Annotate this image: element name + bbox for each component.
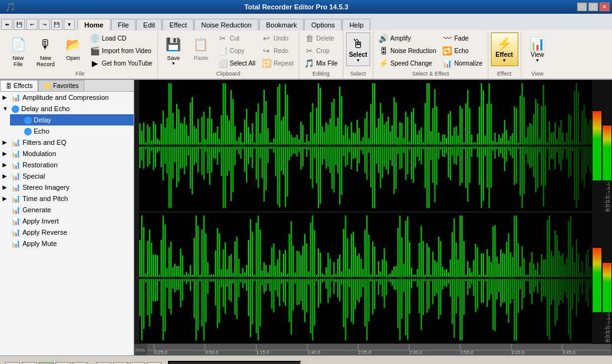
zoom-full-button[interactable]: ⊡ bbox=[130, 362, 145, 365]
clipboard-small-group: ✂ Cut 📑 Copy ⬜ Select All bbox=[215, 32, 258, 69]
select-all-icon: ⬜ bbox=[218, 59, 228, 68]
svg-text:3:45.0: 3:45.0 bbox=[563, 350, 576, 355]
expand-restoration: ▶ bbox=[2, 162, 10, 168]
tree-apply-mute[interactable]: 📊 Apply Mute bbox=[0, 238, 134, 249]
tab-effect[interactable]: Effect bbox=[162, 19, 194, 31]
crop-button[interactable]: ✂ Crop bbox=[302, 45, 340, 57]
speed-change-button[interactable]: ⚡ Speed Change bbox=[376, 57, 438, 69]
delete-button[interactable]: 🗑 Delete bbox=[302, 32, 340, 44]
quick-back[interactable]: ⬅ bbox=[1, 19, 12, 30]
tree-generate[interactable]: 📊 Generate bbox=[0, 204, 134, 215]
skip-end-button[interactable]: ⏭ bbox=[72, 362, 87, 365]
tree-time-pitch[interactable]: ▶ 📊 Time and Pitch bbox=[0, 193, 134, 204]
normalize-button[interactable]: 📊 Normalize bbox=[440, 57, 485, 69]
waveform-svg-2 bbox=[139, 212, 592, 344]
zoom-sel-button[interactable]: ⊞ bbox=[147, 362, 162, 365]
select-large-button[interactable]: 🖱 Select ▼ bbox=[346, 32, 370, 66]
tree-amplitude[interactable]: ▶ 📊 Amplitude and Compression bbox=[0, 92, 134, 103]
close-button[interactable]: ✕ bbox=[600, 2, 610, 11]
zoom-in-h2-button[interactable]: ⊕ bbox=[113, 362, 128, 365]
noise-reduction-label: Noise Reduction bbox=[390, 47, 436, 54]
app-icon: 🎵 bbox=[5, 2, 16, 12]
rewind-button[interactable]: ⏪ bbox=[22, 362, 37, 365]
maximize-button[interactable]: □ bbox=[588, 2, 598, 11]
import-video-icon: 🎬 bbox=[90, 46, 100, 56]
editing-group-label: Editing bbox=[302, 71, 340, 77]
echo-button[interactable]: 🔁 Echo bbox=[440, 45, 485, 57]
svg-text:0:25.0: 0:25.0 bbox=[154, 350, 167, 355]
quick-undo[interactable]: ↩ bbox=[26, 19, 37, 30]
ribbon-file-group: 📄 New File 🎙 New Record 📂 Open 💿 Load CD… bbox=[2, 31, 158, 79]
new-file-button[interactable]: 📄 New File bbox=[5, 32, 31, 69]
fade-button[interactable]: 〰 Fade bbox=[440, 32, 485, 44]
tab-home[interactable]: Home bbox=[77, 19, 111, 31]
timeline-ruler[interactable]: 0:25.0 0:50.0 1:15.0 1:40.0 2:05.0 2:30.… bbox=[147, 344, 611, 355]
waveform-track-2[interactable] bbox=[139, 212, 592, 345]
paste-button[interactable]: 📋 Paste bbox=[188, 32, 214, 63]
tree-echo[interactable]: ⬤ Echo bbox=[10, 125, 134, 137]
mix-file-button[interactable]: 🎵 Mix File bbox=[302, 57, 340, 69]
svg-text:1:15.0: 1:15.0 bbox=[256, 350, 269, 355]
save-icon: 💾 bbox=[164, 34, 184, 54]
get-youtube-button[interactable]: ▶ Get from YouTube bbox=[87, 57, 155, 69]
amplify-button[interactable]: 🔊 Amplify bbox=[376, 32, 438, 44]
view-large-button[interactable]: 📊 View ▼ bbox=[524, 32, 551, 66]
copy-button[interactable]: 📑 Copy bbox=[215, 45, 258, 57]
sidebar-tab-favorites[interactable]: ⭐ Favorites bbox=[38, 80, 84, 91]
tree-delay-echo[interactable]: ▼ ⬤ Delay and Echo bbox=[0, 103, 134, 114]
view-group-label: View bbox=[524, 71, 551, 77]
tab-options[interactable]: Options bbox=[304, 19, 342, 31]
editing-small-group: 🗑 Delete ✂ Crop 🎵 Mix File bbox=[302, 32, 340, 69]
tree-restoration[interactable]: ▶ 📊 Restoration bbox=[0, 159, 134, 170]
view-icon: 📊 bbox=[530, 36, 545, 51]
load-cd-label: Load CD bbox=[102, 35, 126, 42]
cut-button[interactable]: ✂ Cut bbox=[215, 32, 258, 44]
sidebar-tab-effects[interactable]: 🎛 Effects bbox=[0, 80, 38, 91]
tree-apply-invert[interactable]: 📊 Apply Invert bbox=[0, 215, 134, 227]
tree-modulation[interactable]: ▶ 📊 Modulation bbox=[0, 148, 134, 159]
clipboard-group-label: Clipboard bbox=[160, 71, 296, 77]
mix-file-label: Mix File bbox=[316, 60, 337, 67]
skip-start-button[interactable]: ⏮ bbox=[5, 362, 20, 365]
open-button[interactable]: 📂 Open bbox=[60, 32, 86, 63]
favorites-tab-icon: ⭐ bbox=[44, 82, 51, 89]
load-cd-button[interactable]: 💿 Load CD bbox=[87, 32, 155, 44]
save-button[interactable]: 💾 Save ▼ bbox=[160, 32, 187, 67]
minimize-button[interactable]: − bbox=[577, 2, 587, 11]
new-record-button[interactable]: 🎙 New Record bbox=[32, 32, 59, 69]
quick-save2[interactable]: 💾 bbox=[51, 19, 62, 30]
waveform-track-1[interactable] bbox=[139, 80, 592, 212]
quick-save[interactable]: 💾 bbox=[14, 19, 25, 30]
effect-large-button[interactable]: ⚡ Effect ▼ bbox=[491, 32, 518, 66]
modulation-label: Modulation bbox=[22, 150, 56, 157]
tree-apply-reverse[interactable]: 📊 Apply Reverse bbox=[0, 227, 134, 238]
quick-dropdown[interactable]: ▼ bbox=[64, 19, 75, 30]
tree-special[interactable]: ▶ 📊 Special bbox=[0, 170, 134, 182]
ribbon-select-group: 🖱 Select ▼ Select bbox=[343, 31, 373, 79]
tab-file[interactable]: File bbox=[111, 19, 136, 31]
repeat-button[interactable]: 🔁 Repeat bbox=[259, 57, 296, 69]
fast-forward-button[interactable]: ⏩ bbox=[56, 362, 71, 365]
svg-text:0:50.0: 0:50.0 bbox=[205, 350, 219, 355]
undo-button[interactable]: ↩ Undo bbox=[259, 32, 296, 44]
tree-filters-eq[interactable]: ▶ 📊 Filters and EQ bbox=[0, 137, 134, 148]
select-all-button[interactable]: ⬜ Select All bbox=[215, 57, 258, 69]
noise-reduction-button[interactable]: 🎛 Noise Reduction bbox=[376, 45, 438, 57]
import-video-button[interactable]: 🎬 Import from Video bbox=[87, 45, 155, 57]
tab-edit[interactable]: Edit bbox=[136, 19, 162, 31]
get-youtube-label: Get from YouTube bbox=[102, 60, 152, 67]
tree-stereo-imagery[interactable]: ▶ 📊 Stereo Imagery bbox=[0, 182, 134, 193]
tab-help[interactable]: Help bbox=[342, 19, 370, 31]
zoom-in-h-button[interactable]: 🔍+ bbox=[96, 362, 111, 365]
tab-noise[interactable]: Noise Reduction bbox=[194, 19, 259, 31]
repeat-label: Repeat bbox=[274, 60, 294, 67]
cut-label: Cut bbox=[230, 35, 240, 42]
quick-redo[interactable]: ↪ bbox=[39, 19, 50, 30]
expand-filters: ▶ bbox=[2, 139, 10, 145]
redo-button[interactable]: ↪ Redo bbox=[259, 45, 296, 57]
redo-label: Redo bbox=[274, 47, 289, 54]
tab-bookmark[interactable]: Bookmark bbox=[259, 19, 304, 31]
vu-bar-left bbox=[593, 81, 601, 180]
tree-delay[interactable]: ⬤ Delay bbox=[10, 114, 134, 125]
play-button[interactable]: ▶ bbox=[39, 362, 54, 365]
